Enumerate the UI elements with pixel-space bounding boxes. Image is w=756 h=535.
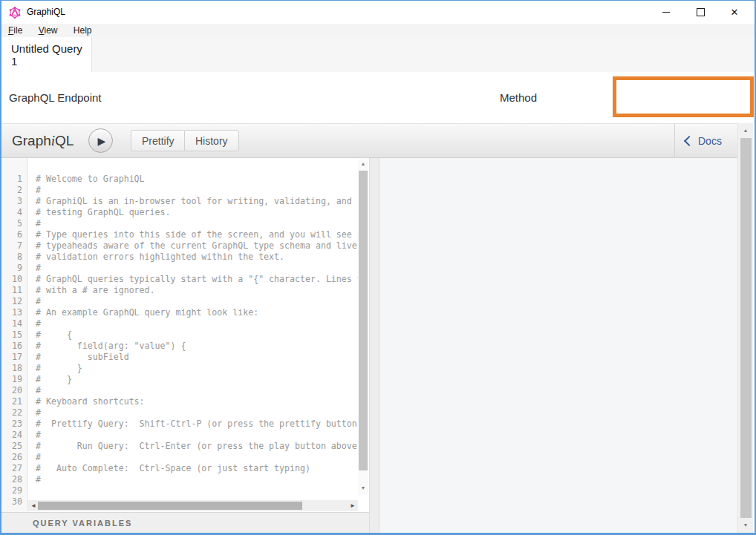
code-line[interactable]: # Auto Complete: Ctrl-Space (or just sta… bbox=[36, 463, 358, 474]
window-vscroll-thumb[interactable] bbox=[740, 138, 752, 518]
code-line[interactable]: # with a # are ignored. bbox=[36, 285, 358, 296]
execute-query-button[interactable]: ▶ bbox=[88, 128, 113, 153]
line-number: 10 bbox=[1, 274, 27, 285]
tab-label: Untitled Query 1 bbox=[11, 42, 91, 68]
scroll-up-icon[interactable]: ▲ bbox=[358, 160, 368, 168]
minimize-button[interactable] bbox=[649, 1, 683, 24]
code-line[interactable]: # An example GraphQL query might look li… bbox=[36, 307, 358, 318]
line-number: 14 bbox=[1, 318, 27, 329]
graphiql-toolbar: GraphiQL ▶ Prettify History Docs bbox=[1, 123, 737, 158]
play-icon: ▶ bbox=[98, 135, 106, 147]
line-number: 9 bbox=[1, 263, 27, 274]
maximize-icon bbox=[697, 8, 705, 16]
docs-label: Docs bbox=[698, 135, 722, 147]
line-number: 28 bbox=[1, 474, 27, 485]
code-line[interactable]: # bbox=[36, 296, 358, 307]
code-line[interactable]: # } bbox=[36, 363, 358, 374]
query-editor[interactable]: 1234567891011121314151617181920212223242… bbox=[1, 158, 369, 512]
docs-divider bbox=[674, 124, 675, 157]
menu-help[interactable]: Help bbox=[67, 24, 99, 37]
code-line[interactable]: # bbox=[36, 185, 358, 196]
query-variables-label: QUERY VARIABLES bbox=[33, 513, 132, 534]
line-number: 27 bbox=[1, 463, 27, 474]
code-line[interactable]: # bbox=[36, 430, 358, 441]
line-number: 6 bbox=[1, 229, 27, 240]
endpoint-label: GraphQL Endpoint bbox=[9, 72, 102, 123]
code-line[interactable]: # Prettify Query: Shift-Ctrl-P (or press… bbox=[36, 419, 358, 430]
code-line[interactable]: # typeaheads aware of the current GraphQ… bbox=[36, 240, 358, 252]
code-line[interactable]: # bbox=[36, 474, 358, 485]
line-number: 29 bbox=[1, 485, 27, 496]
code-line[interactable]: # bbox=[36, 318, 358, 329]
method-label: Method bbox=[500, 72, 537, 123]
editor-gutter-numbers: 1234567891011121314151617181920212223242… bbox=[1, 158, 27, 508]
line-number: 2 bbox=[1, 185, 27, 196]
line-number: 26 bbox=[1, 452, 27, 463]
code-line[interactable]: # Keyboard shortcuts: bbox=[36, 396, 358, 407]
history-button[interactable]: History bbox=[184, 130, 239, 151]
code-line[interactable]: # bbox=[36, 263, 358, 274]
code-line[interactable]: # bbox=[36, 385, 358, 396]
code-line[interactable]: # bbox=[36, 407, 358, 419]
line-number: 23 bbox=[1, 419, 27, 430]
line-number: 4 bbox=[1, 207, 27, 218]
line-number: 30 bbox=[1, 496, 27, 508]
window-title: GraphiQL bbox=[27, 1, 65, 24]
tab-strip: Untitled Query 1 bbox=[1, 37, 755, 72]
code-line[interactable]: # field(arg: "value") { bbox=[36, 341, 358, 352]
code-line[interactable]: # GraphiQL is an in-browser tool for wri… bbox=[36, 196, 358, 207]
window-vertical-scrollbar[interactable]: ▲ ▼ bbox=[737, 123, 753, 533]
line-number: 8 bbox=[1, 252, 27, 263]
code-line[interactable]: # subField bbox=[36, 352, 358, 363]
line-number: 25 bbox=[1, 441, 27, 452]
scroll-down-icon[interactable]: ▼ bbox=[738, 521, 753, 530]
code-line[interactable]: # validation errors highlighted within t… bbox=[36, 252, 358, 263]
scroll-right-icon[interactable]: ► bbox=[350, 500, 356, 511]
code-line[interactable]: # { bbox=[36, 329, 358, 341]
line-number: 7 bbox=[1, 240, 27, 252]
tab-untitled-query-1[interactable]: Untitled Query 1 bbox=[1, 37, 92, 72]
line-number: 18 bbox=[1, 363, 27, 374]
query-variables-bar[interactable]: QUERY VARIABLES bbox=[1, 512, 369, 533]
editor-horizontal-scrollbar[interactable]: ◄ ► bbox=[28, 500, 358, 511]
code-line[interactable]: # Run Query: Ctrl-Enter (or press the pl… bbox=[36, 441, 358, 452]
line-number: 16 bbox=[1, 341, 27, 352]
editor-code-lines[interactable]: # Welcome to GraphiQL## GraphiQL is an i… bbox=[29, 158, 358, 499]
pane-resize-handle[interactable] bbox=[369, 158, 379, 533]
code-line[interactable]: # testing GraphQL queries. bbox=[36, 207, 358, 218]
close-icon: ✕ bbox=[731, 7, 739, 17]
line-number: 24 bbox=[1, 430, 27, 441]
line-number: 19 bbox=[1, 374, 27, 385]
prettify-button[interactable]: Prettify bbox=[131, 130, 186, 151]
graphiql-logo-icon bbox=[9, 7, 21, 19]
window-controls: ✕ bbox=[649, 1, 752, 24]
editor-vscroll-thumb[interactable] bbox=[359, 171, 368, 470]
code-line[interactable]: # GraphQL queries typically start with a… bbox=[36, 274, 358, 285]
editor-vertical-scrollbar[interactable]: ▲ ▼ bbox=[358, 159, 368, 495]
scroll-up-icon[interactable]: ▲ bbox=[738, 126, 753, 135]
line-number: 17 bbox=[1, 352, 27, 363]
code-line[interactable]: # bbox=[36, 218, 358, 229]
code-line[interactable] bbox=[36, 485, 358, 496]
scroll-left-icon[interactable]: ◄ bbox=[30, 500, 36, 511]
code-line[interactable]: # Type queries into this side of the scr… bbox=[36, 229, 358, 240]
menu-view[interactable]: View bbox=[32, 24, 65, 37]
code-line[interactable]: # bbox=[36, 452, 358, 463]
scroll-down-icon[interactable]: ▼ bbox=[358, 484, 368, 493]
editor-hscroll-thumb[interactable] bbox=[38, 502, 302, 510]
line-number: 21 bbox=[1, 396, 27, 407]
editor-gutter: 1234567891011121314151617181920212223242… bbox=[1, 158, 28, 512]
code-line[interactable] bbox=[36, 496, 358, 499]
line-number: 1 bbox=[1, 174, 27, 185]
line-number: 3 bbox=[1, 196, 27, 207]
title-bar: GraphiQL ✕ bbox=[1, 1, 755, 24]
close-button[interactable]: ✕ bbox=[717, 1, 752, 24]
endpoint-row: GraphQL Endpoint Method POST ▼ Edit HTTP… bbox=[1, 72, 755, 123]
maximize-button[interactable] bbox=[683, 1, 717, 24]
menu-file[interactable]: File bbox=[1, 24, 29, 37]
line-number: 5 bbox=[1, 218, 27, 229]
line-number: 12 bbox=[1, 296, 27, 307]
code-line[interactable]: # } bbox=[36, 374, 358, 385]
docs-toggle-button[interactable]: Docs bbox=[685, 124, 722, 157]
code-line[interactable]: # Welcome to GraphiQL bbox=[36, 174, 358, 185]
